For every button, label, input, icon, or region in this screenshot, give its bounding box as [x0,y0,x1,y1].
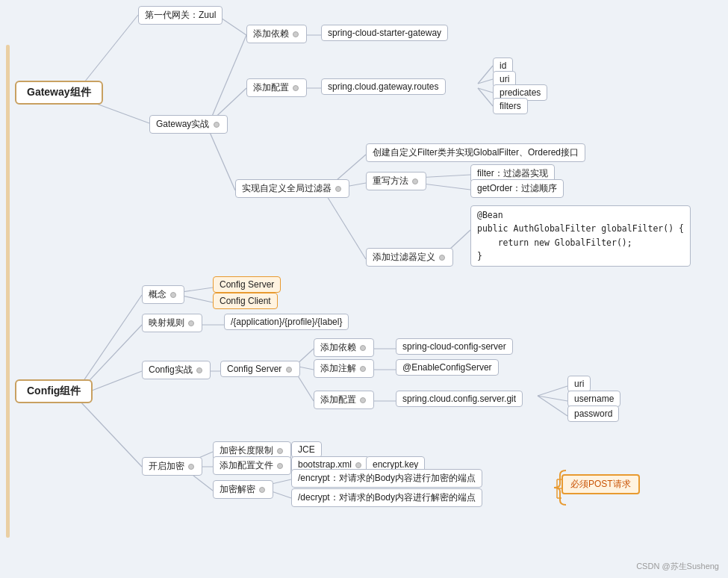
spring-gateway-node: spring-cloud-starter-gateway [321,25,448,41]
svg-line-12 [478,88,493,106]
impl-filter-node: 实现自定义全局过滤器 [235,179,349,198]
code-line2: public AuthGlobalFilter globalFilter() { [477,222,684,235]
add-filter-def-node: 添加过滤器定义 [366,248,453,267]
git-uri-node: uri [567,376,591,392]
svg-line-34 [538,396,567,401]
connector-dot17 [355,462,361,468]
config-server-practice-label: Config Server [227,364,281,374]
open-encrypt-node: 开启加密 [142,457,202,476]
connector-dot15 [277,448,283,454]
svg-line-35 [538,396,567,416]
add-dep1-label: 添加依赖 [253,28,289,39]
mapping-rule-node: 映射规则 [142,314,202,332]
first-gen-node: 第一代网关：Zuul [138,6,223,25]
connector-dot18 [259,487,265,493]
connector-dot5 [412,178,418,184]
svg-line-6 [209,131,235,190]
connector-dot3 [293,85,299,91]
config-practice-node: Config实战 [142,361,211,379]
encrypt-endpoint-node: /encrypt：对请求的Body内容进行加密的端点 [291,469,482,488]
connector-dot12 [360,366,366,372]
code-line3: return new GlobalFilter(); [477,236,684,249]
connector-dot6 [439,255,445,261]
concept-node: 概念 [142,285,184,304]
connector-dot4 [335,186,341,192]
encrypt-decrypt-node: 加密解密 [213,480,273,499]
spring-cloud-routes-node: spring.cloud.gateway.routes [321,78,446,95]
git-password-node: password [567,405,619,422]
config-practice-label: Config实战 [149,364,193,375]
mapping-rule-label: 映射规则 [149,317,184,328]
encrypt-limit-label: 加密长度限制 [220,445,273,456]
config-server-concept-node: Config Server [213,276,281,293]
config-client-concept-node: Config Client [213,293,278,309]
add-dep1-node: 添加依赖 [246,25,307,43]
gateway-practice-label: Gateway实战 [156,119,209,129]
add-config-label: 添加配置 [253,82,289,93]
add-dep2-node: 添加依赖 [314,338,374,357]
add-config2-node: 添加配置 [314,391,374,409]
svg-line-11 [478,88,493,93]
gateway-practice-node: Gateway实战 [149,115,228,134]
decrypt-endpoint-node: /decrypt：对请求的Body内容进行解密的端点 [291,488,482,507]
svg-line-10 [478,79,493,84]
connector-dot1 [293,31,299,37]
svg-line-15 [325,193,366,259]
connector-dot2 [214,122,220,128]
bootstrap-xml-label: bootstrap.xml [298,459,352,470]
add-dep2-label: 添加依赖 [320,342,356,352]
connector-dot16 [277,463,283,469]
connector-dot14 [188,464,194,470]
jce-node: JCE [291,441,322,458]
connector-dot10 [286,367,292,373]
watermark: CSDN @苏生Susheng [636,561,719,572]
add-config2-label: 添加配置 [320,394,356,405]
curly-brace-icon [553,469,567,506]
enable-config-node: @EnableConfigServer [396,359,499,376]
spring-cloud-git-node: spring.cloud.config.server.git [396,391,523,407]
code-block-node: @Bean public AuthGlobalFilter globalFilt… [470,205,691,267]
config-main-node: Config组件 [15,379,93,403]
svg-line-1 [78,15,138,90]
mapping-value-node: /{application}/{profile}/{label} [224,314,349,330]
spring-config-server-node: spring-cloud-config-server [396,338,513,355]
svg-rect-0 [6,45,10,538]
override-method-node: 重写方法 [366,172,426,190]
concept-label: 概念 [149,289,167,299]
connector-dot8 [188,320,194,326]
get-order-node: getOrder：过滤顺序 [470,179,564,198]
connector-dot7 [170,292,176,298]
svg-line-19 [78,295,142,388]
connector-dot9 [196,367,202,373]
add-filter-def-label: 添加过滤器定义 [373,252,435,262]
add-config-file-node: 添加配置文件 [213,456,291,475]
create-filter-node: 创建自定义Filter类并实现GlobalFilter、Ordered接口 [366,143,585,162]
git-username-node: username [567,391,620,407]
add-annotation-label: 添加注解 [320,363,356,373]
open-encrypt-label: 开启加密 [149,461,184,471]
impl-filter-label: 实现自定义全局过滤器 [242,183,332,193]
svg-line-33 [538,386,567,396]
svg-line-4 [209,35,246,123]
connector-dot11 [360,345,366,351]
encrypt-decrypt-label: 加密解密 [220,484,255,494]
override-method-label: 重写方法 [373,175,408,186]
svg-line-22 [78,400,142,467]
config-server-practice-node: Config Server [220,361,300,377]
svg-line-9 [478,66,493,84]
connector-dot13 [360,397,366,403]
canvas: Gateway组件 第一代网关：Zuul 添加依赖 spring-cloud-s… [0,0,728,578]
gateway-main-node: Gateway组件 [15,81,103,105]
add-config-file-label: 添加配置文件 [220,460,273,470]
add-annotation-node: 添加注解 [314,359,374,378]
code-line1: @Bean [477,208,684,222]
add-config-node: 添加配置 [246,78,307,97]
route-filters-node: filters [493,98,528,114]
must-post-badge: 必须POST请求 [561,474,640,494]
code-line4: } [477,249,684,263]
